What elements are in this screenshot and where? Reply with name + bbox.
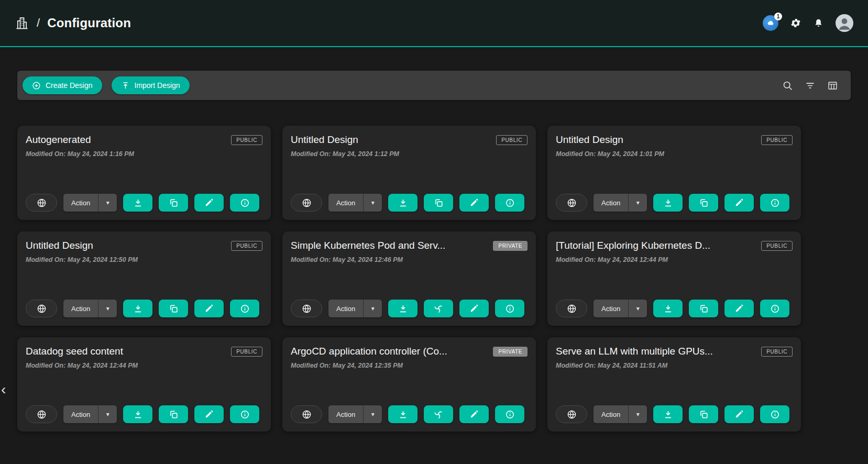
create-design-button[interactable]: Create Design <box>23 76 102 94</box>
chevron-down-icon: ▾ <box>636 305 640 312</box>
edit-button[interactable] <box>459 300 489 317</box>
action-caret-button[interactable]: ▾ <box>98 300 117 317</box>
action-button[interactable]: Action <box>328 194 363 212</box>
edit-button[interactable] <box>194 194 224 212</box>
download-button[interactable] <box>123 194 152 212</box>
search-icon[interactable] <box>782 80 793 91</box>
clone-button[interactable] <box>689 405 718 423</box>
action-caret-button[interactable]: ▾ <box>98 194 117 212</box>
action-split-button: Action ▾ <box>328 194 382 212</box>
info-button[interactable] <box>495 194 524 212</box>
info-button[interactable] <box>230 194 259 212</box>
clone-button[interactable] <box>689 194 718 212</box>
collapse-sidebar-icon[interactable]: ‹ <box>1 382 6 397</box>
download-icon <box>663 198 673 208</box>
action-caret-button[interactable]: ▾ <box>363 300 382 317</box>
card-actions: Action ▾ <box>556 405 793 423</box>
visibility-badge: PRIVATE <box>493 347 528 357</box>
info-button[interactable] <box>760 405 789 423</box>
import-design-button[interactable]: Import Design <box>112 76 190 94</box>
action-button[interactable]: Action <box>328 405 363 423</box>
action-split-button: Action ▾ <box>328 405 382 423</box>
visibility-globe-button[interactable] <box>291 194 322 212</box>
download-button[interactable] <box>653 300 683 317</box>
organization-building-icon[interactable] <box>15 16 29 30</box>
visibility-globe-button[interactable] <box>556 300 587 317</box>
visibility-globe-button[interactable] <box>556 405 587 423</box>
visibility-globe-button[interactable] <box>26 194 57 212</box>
spiral-icon <box>433 303 444 314</box>
visibility-globe-button[interactable] <box>556 194 587 212</box>
toolbar-right <box>782 80 841 91</box>
visibility-badge: PRIVATE <box>493 241 528 251</box>
notification-count-badge: 1 <box>774 13 782 20</box>
action-button[interactable]: Action <box>63 194 98 212</box>
table-view-icon[interactable] <box>827 80 838 91</box>
provider-icon[interactable]: 1 <box>763 15 778 31</box>
action-caret-button[interactable]: ▾ <box>98 405 117 423</box>
download-button[interactable] <box>388 405 417 423</box>
action-caret-button[interactable]: ▾ <box>628 194 647 212</box>
card-header: Untitled Design PUBLIC <box>556 134 793 146</box>
edit-button[interactable] <box>194 300 224 317</box>
notifications-bell-icon[interactable] <box>813 18 824 29</box>
pencil-icon <box>469 410 479 419</box>
edit-button[interactable] <box>724 405 754 423</box>
globe-icon <box>567 198 577 208</box>
clone-button[interactable] <box>689 300 718 317</box>
info-button[interactable] <box>230 405 259 423</box>
card-header: Datadog seed content PUBLIC <box>26 346 262 357</box>
visibility-globe-button[interactable] <box>291 405 322 423</box>
info-button[interactable] <box>230 300 259 317</box>
download-button[interactable] <box>653 194 683 212</box>
download-button[interactable] <box>388 194 417 212</box>
visibility-globe-button[interactable] <box>291 300 322 317</box>
pencil-icon <box>204 198 214 207</box>
card-header: [Tutorial] Exploring Kubernetes D... PUB… <box>556 240 793 251</box>
action-split-button: Action ▾ <box>328 300 382 317</box>
edit-button[interactable] <box>459 405 489 423</box>
clone-button[interactable] <box>159 300 188 317</box>
download-button[interactable] <box>123 300 152 317</box>
chevron-down-icon: ▾ <box>371 199 375 206</box>
info-icon <box>505 198 515 208</box>
download-button[interactable] <box>653 405 683 423</box>
clone-button[interactable] <box>424 300 453 317</box>
design-title: Untitled Design <box>26 240 100 251</box>
action-caret-button[interactable]: ▾ <box>628 405 647 423</box>
user-avatar[interactable] <box>836 14 853 32</box>
clone-button[interactable] <box>159 405 188 423</box>
info-button[interactable] <box>760 300 789 317</box>
card-header: Untitled Design PUBLIC <box>291 134 528 146</box>
clone-button[interactable] <box>424 405 453 423</box>
info-icon <box>770 410 780 419</box>
action-button[interactable]: Action <box>594 300 628 317</box>
info-button[interactable] <box>760 194 789 212</box>
filter-icon[interactable] <box>805 80 816 91</box>
visibility-globe-button[interactable] <box>26 405 57 423</box>
edit-button[interactable] <box>459 194 489 212</box>
action-button[interactable]: Action <box>63 300 98 317</box>
modified-date: Modified On: May 24, 2024 12:46 PM <box>291 256 528 263</box>
action-button[interactable]: Action <box>594 405 628 423</box>
info-button[interactable] <box>495 300 524 317</box>
visibility-globe-button[interactable] <box>26 300 57 317</box>
clone-button[interactable] <box>159 194 188 212</box>
action-button[interactable]: Action <box>328 300 363 317</box>
design-title: Datadog seed content <box>26 346 129 357</box>
download-icon <box>398 410 408 419</box>
action-caret-button[interactable]: ▾ <box>363 194 382 212</box>
download-button[interactable] <box>388 300 417 317</box>
edit-button[interactable] <box>194 405 224 423</box>
settings-gear-icon[interactable] <box>790 17 801 29</box>
download-button[interactable] <box>123 405 152 423</box>
info-button[interactable] <box>495 405 524 423</box>
edit-button[interactable] <box>724 194 754 212</box>
action-button[interactable]: Action <box>594 194 628 212</box>
clone-button[interactable] <box>424 194 453 212</box>
action-caret-button[interactable]: ▾ <box>363 405 382 423</box>
action-button[interactable]: Action <box>63 405 98 423</box>
action-caret-button[interactable]: ▾ <box>628 300 647 317</box>
edit-button[interactable] <box>724 300 754 317</box>
copy-icon <box>699 304 709 314</box>
